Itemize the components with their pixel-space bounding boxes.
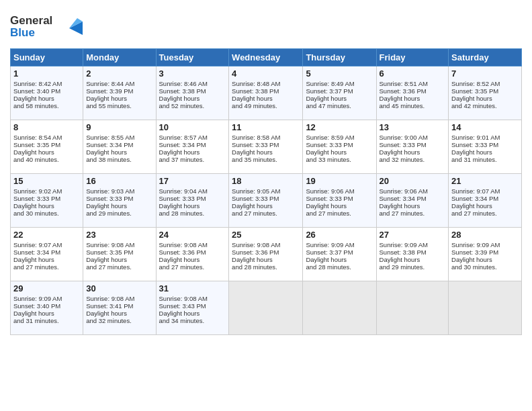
- header: General Blue: [10, 7, 522, 44]
- calendar-cell: 27Sunrise: 9:09 AMSunset: 3:38 PMDayligh…: [376, 228, 449, 281]
- calendar-cell: 5Sunrise: 8:49 AMSunset: 3:37 PMDaylight…: [303, 66, 376, 120]
- daylight-minutes: and 31 minutes.: [451, 156, 519, 163]
- daylight-minutes: and 37 minutes.: [159, 156, 226, 163]
- day-number: 16: [86, 176, 152, 186]
- sunset-text: Sunset: 3:33 PM: [306, 195, 373, 202]
- calendar-cell: 7Sunrise: 8:52 AMSunset: 3:35 PMDaylight…: [449, 66, 522, 120]
- daylight-text: Daylight hours: [306, 95, 373, 102]
- sunrise-text: Sunrise: 8:46 AM: [159, 80, 226, 87]
- day-number: 23: [86, 230, 152, 240]
- daylight-minutes: and 31 minutes.: [13, 317, 80, 324]
- sunrise-text: Sunrise: 9:00 AM: [380, 134, 446, 141]
- daylight-minutes: and 27 minutes.: [159, 263, 226, 271]
- weekday-header: Monday: [83, 49, 156, 66]
- day-number: 17: [159, 176, 226, 186]
- day-number: 28: [451, 230, 519, 240]
- calendar-cell: 14Sunrise: 9:01 AMSunset: 3:33 PMDayligh…: [449, 120, 522, 174]
- day-number: 9: [86, 122, 152, 132]
- daylight-minutes: and 27 minutes.: [451, 210, 519, 217]
- daylight-minutes: and 27 minutes.: [306, 210, 373, 217]
- day-number: 29: [13, 283, 80, 293]
- calendar-cell: 25Sunrise: 9:08 AMSunset: 3:36 PMDayligh…: [229, 228, 303, 281]
- daylight-text: Daylight hours: [86, 310, 152, 317]
- calendar-cell: 12Sunrise: 8:59 AMSunset: 3:33 PMDayligh…: [303, 120, 376, 174]
- sunset-text: Sunset: 3:37 PM: [306, 248, 373, 256]
- calendar-cell: 11Sunrise: 8:58 AMSunset: 3:33 PMDayligh…: [229, 120, 303, 174]
- day-number: 15: [13, 176, 80, 186]
- sunrise-text: Sunrise: 9:09 AM: [13, 295, 80, 302]
- sunrise-text: Sunrise: 9:08 AM: [86, 241, 152, 248]
- daylight-minutes: and 32 minutes.: [380, 156, 446, 163]
- calendar-cell: 21Sunrise: 9:07 AMSunset: 3:34 PMDayligh…: [449, 174, 522, 228]
- day-number: 21: [451, 176, 519, 186]
- calendar-cell: [229, 281, 303, 335]
- day-number: 3: [159, 68, 226, 79]
- sunset-text: Sunset: 3:34 PM: [86, 141, 152, 148]
- sunrise-text: Sunrise: 9:06 AM: [306, 187, 373, 195]
- daylight-minutes: and 27 minutes.: [13, 263, 80, 271]
- sunrise-text: Sunrise: 9:02 AM: [13, 187, 80, 195]
- daylight-text: Daylight hours: [159, 95, 226, 102]
- calendar-cell: 13Sunrise: 9:00 AMSunset: 3:33 PMDayligh…: [376, 120, 449, 174]
- daylight-text: Daylight hours: [451, 256, 519, 263]
- day-number: 26: [306, 230, 373, 240]
- day-number: 30: [86, 283, 152, 293]
- weekday-header: Saturday: [449, 49, 522, 66]
- sunset-text: Sunset: 3:39 PM: [451, 248, 519, 256]
- daylight-text: Daylight hours: [159, 256, 226, 263]
- sunset-text: Sunset: 3:35 PM: [13, 141, 80, 148]
- calendar-cell: [303, 281, 376, 335]
- calendar-table: SundayMondayTuesdayWednesdayThursdayFrid…: [10, 48, 522, 335]
- daylight-minutes: and 55 minutes.: [86, 102, 152, 109]
- calendar-cell: 1Sunrise: 8:42 AMSunset: 3:40 PMDaylight…: [11, 66, 83, 120]
- sunrise-text: Sunrise: 9:07 AM: [451, 187, 519, 195]
- day-number: 14: [451, 122, 519, 132]
- sunset-text: Sunset: 3:43 PM: [159, 302, 226, 310]
- sunset-text: Sunset: 3:39 PM: [86, 87, 152, 95]
- day-number: 8: [13, 122, 80, 132]
- sunrise-text: Sunrise: 9:07 AM: [13, 241, 80, 248]
- sunset-text: Sunset: 3:38 PM: [159, 87, 226, 95]
- daylight-minutes: and 38 minutes.: [86, 156, 152, 163]
- sunrise-text: Sunrise: 8:49 AM: [306, 80, 373, 87]
- daylight-text: Daylight hours: [232, 202, 300, 210]
- calendar-cell: 17Sunrise: 9:04 AMSunset: 3:33 PMDayligh…: [156, 174, 229, 228]
- sunrise-text: Sunrise: 9:01 AM: [451, 134, 519, 141]
- calendar-cell: 19Sunrise: 9:06 AMSunset: 3:33 PMDayligh…: [303, 174, 376, 228]
- sunset-text: Sunset: 3:40 PM: [13, 302, 80, 310]
- weekday-header: Tuesday: [156, 49, 229, 66]
- daylight-minutes: and 28 minutes.: [306, 263, 373, 271]
- daylight-text: Daylight hours: [13, 310, 80, 317]
- sunset-text: Sunset: 3:34 PM: [451, 195, 519, 202]
- calendar-cell: 22Sunrise: 9:07 AMSunset: 3:34 PMDayligh…: [11, 228, 83, 281]
- calendar-cell: 8Sunrise: 8:54 AMSunset: 3:35 PMDaylight…: [11, 120, 83, 174]
- calendar-cell: [376, 281, 449, 335]
- daylight-minutes: and 42 minutes.: [451, 102, 519, 109]
- calendar-cell: 15Sunrise: 9:02 AMSunset: 3:33 PMDayligh…: [11, 174, 83, 228]
- daylight-text: Daylight hours: [159, 310, 226, 317]
- sunrise-text: Sunrise: 8:54 AM: [13, 134, 80, 141]
- daylight-minutes: and 45 minutes.: [380, 102, 446, 109]
- calendar-cell: 10Sunrise: 8:57 AMSunset: 3:34 PMDayligh…: [156, 120, 229, 174]
- day-number: 4: [232, 68, 300, 79]
- logo-text: General Blue: [10, 9, 84, 44]
- day-number: 6: [380, 68, 446, 79]
- day-number: 19: [306, 176, 373, 186]
- daylight-text: Daylight hours: [306, 148, 373, 156]
- sunset-text: Sunset: 3:36 PM: [159, 248, 226, 256]
- sunset-text: Sunset: 3:33 PM: [13, 195, 80, 202]
- daylight-text: Daylight hours: [306, 202, 373, 210]
- sunset-text: Sunset: 3:38 PM: [232, 87, 300, 95]
- calendar-cell: 6Sunrise: 8:51 AMSunset: 3:36 PMDaylight…: [376, 66, 449, 120]
- day-number: 1: [13, 68, 80, 79]
- daylight-text: Daylight hours: [86, 256, 152, 263]
- day-number: 11: [232, 122, 300, 132]
- calendar-cell: 31Sunrise: 9:08 AMSunset: 3:43 PMDayligh…: [156, 281, 229, 335]
- daylight-minutes: and 47 minutes.: [306, 102, 373, 109]
- sunset-text: Sunset: 3:36 PM: [380, 87, 446, 95]
- calendar-cell: [449, 281, 522, 335]
- daylight-text: Daylight hours: [232, 256, 300, 263]
- calendar-cell: 18Sunrise: 9:05 AMSunset: 3:33 PMDayligh…: [229, 174, 303, 228]
- calendar-cell: 3Sunrise: 8:46 AMSunset: 3:38 PMDaylight…: [156, 66, 229, 120]
- sunset-text: Sunset: 3:33 PM: [306, 141, 373, 148]
